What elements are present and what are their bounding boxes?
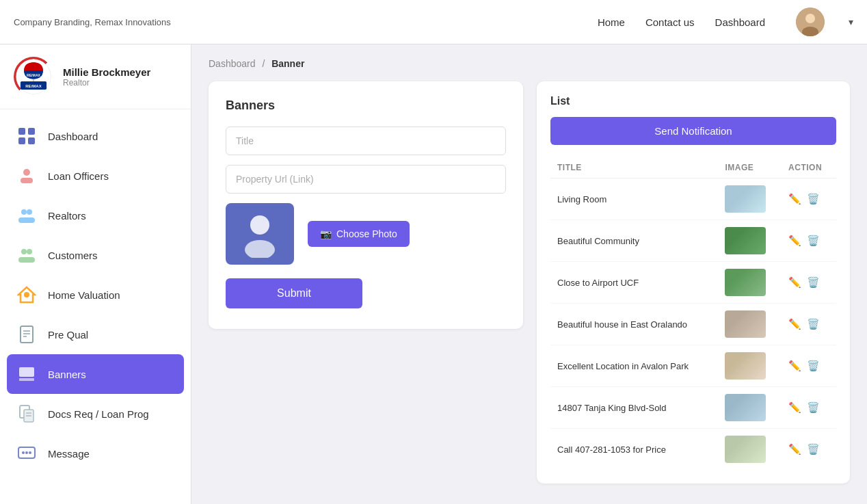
send-notification-button[interactable]: Send Notification xyxy=(550,117,836,145)
table-row: Living Room ✏️ 🗑️ xyxy=(550,178,836,220)
loan-officers-icon xyxy=(15,164,38,187)
svg-rect-14 xyxy=(28,137,35,144)
sidebar-user-name: Millie Brockmeyer xyxy=(63,66,150,78)
sidebar-item-realtors[interactable]: Realtors xyxy=(0,196,191,235)
nav-contact[interactable]: Contact us xyxy=(645,16,695,28)
table-row: Beautiful Community ✏️ 🗑️ xyxy=(550,220,836,262)
sidebar-item-message[interactable]: Message xyxy=(0,434,191,473)
content-area: Dashboard / Banner Banners xyxy=(191,44,867,504)
svg-rect-29 xyxy=(19,367,34,377)
edit-icon-2[interactable]: ✏️ xyxy=(788,276,801,289)
thumbnail-3 xyxy=(725,310,766,338)
url-input[interactable] xyxy=(226,165,506,194)
sidebar-item-loan-officers[interactable]: Loan Officers xyxy=(0,156,191,196)
thumbnail-4 xyxy=(725,352,766,380)
svg-point-39 xyxy=(250,215,269,235)
svg-point-15 xyxy=(23,169,30,176)
edit-icon-6[interactable]: ✏️ xyxy=(788,443,801,455)
svg-point-20 xyxy=(21,249,27,254)
table-row: Beautiful house in East Oralando ✏️ 🗑️ xyxy=(550,304,836,345)
avatar[interactable] xyxy=(796,8,825,36)
sidebar-item-customers[interactable]: Customers xyxy=(0,235,191,275)
sidebar-item-docs-req[interactable]: Docs Req / Loan Prog xyxy=(0,394,191,434)
delete-icon-1[interactable]: 🗑️ xyxy=(807,235,820,247)
list-card: List Send Notification TITLE IMAGE ACTIO… xyxy=(537,81,850,483)
edit-icon-4[interactable]: ✏️ xyxy=(788,360,801,372)
svg-point-40 xyxy=(245,240,275,258)
sidebar-label-docs-req: Docs Req / Loan Prog xyxy=(48,408,149,420)
remax-logo-svg: RE/MAX RE/MAX xyxy=(16,59,51,94)
thumbnail-2 xyxy=(725,269,766,296)
delete-icon-6[interactable]: 🗑️ xyxy=(807,443,820,455)
edit-icon-0[interactable]: ✏️ xyxy=(788,193,801,205)
breadcrumb-root: Dashboard xyxy=(209,58,256,69)
submit-button[interactable]: Submit xyxy=(226,278,362,308)
breadcrumb-sep: / xyxy=(262,58,265,69)
row-image-6 xyxy=(718,429,782,470)
sidebar: RE/MAX RE/MAX Millie Brockmeyer Realtor … xyxy=(0,44,191,504)
thumb-svg-6 xyxy=(725,436,766,463)
sidebar-item-pre-qual[interactable]: Pre Qual xyxy=(0,315,191,354)
table-row: Close to Airport UCF ✏️ 🗑️ xyxy=(550,262,836,304)
sidebar-item-banners[interactable]: Banners xyxy=(7,354,184,394)
sidebar-user-role: Realtor xyxy=(63,78,150,88)
row-image-1 xyxy=(718,220,782,262)
thumbnail-0 xyxy=(725,185,766,213)
nav-home[interactable]: Home xyxy=(598,16,625,28)
delete-icon-5[interactable]: 🗑️ xyxy=(807,401,820,414)
breadcrumb-current: Banner xyxy=(271,58,304,69)
table-row: 14807 Tanja King Blvd-Sold ✏️ 🗑️ xyxy=(550,387,836,429)
row-title-3: Beautiful house in East Oralando xyxy=(550,304,718,345)
thumb-svg-3 xyxy=(725,310,766,338)
svg-rect-13 xyxy=(18,137,25,144)
row-action-2: ✏️ 🗑️ xyxy=(782,262,836,304)
col-title: TITLE xyxy=(550,157,718,178)
delete-icon-0[interactable]: 🗑️ xyxy=(807,193,820,205)
pre-qual-icon xyxy=(15,323,38,346)
title-input[interactable] xyxy=(226,127,506,155)
svg-rect-46 xyxy=(725,394,766,421)
svg-point-38 xyxy=(29,451,31,454)
delete-icon-3[interactable]: 🗑️ xyxy=(807,318,820,330)
edit-icon-3[interactable]: ✏️ xyxy=(788,318,801,330)
sidebar-label-pre-qual: Pre Qual xyxy=(48,329,88,341)
svg-rect-12 xyxy=(28,128,35,135)
sidebar-label-customers: Customers xyxy=(48,250,98,261)
svg-point-37 xyxy=(25,451,28,454)
row-action-5: ✏️ 🗑️ xyxy=(782,387,836,429)
table-row: Call 407-281-1053 for Price ✏️ 🗑️ xyxy=(550,429,836,470)
nav-dashboard[interactable]: Dashboard xyxy=(715,16,765,28)
banners-card: Banners 📷 Choose Photo Submit xyxy=(209,81,523,329)
table-row: Excellent Location in Avalon Park ✏️ 🗑️ xyxy=(550,345,836,387)
choose-photo-button[interactable]: 📷 Choose Photo xyxy=(308,221,410,247)
sidebar-item-dashboard[interactable]: Dashboard xyxy=(0,116,191,156)
thumbnail-1 xyxy=(725,227,766,254)
sidebar-label-home-valuation: Home Valuation xyxy=(48,289,120,301)
banners-table: TITLE IMAGE ACTION Living Room xyxy=(550,157,836,470)
camera-icon: 📷 xyxy=(320,228,332,239)
svg-rect-42 xyxy=(725,227,766,254)
dropdown-arrow[interactable]: ▾ xyxy=(849,16,853,27)
thumb-svg-0 xyxy=(725,185,766,213)
action-icons-6: ✏️ 🗑️ xyxy=(788,443,829,455)
thumb-svg-4 xyxy=(725,352,766,380)
svg-rect-45 xyxy=(725,352,766,380)
action-icons-1: ✏️ 🗑️ xyxy=(788,235,829,247)
choose-photo-label: Choose Photo xyxy=(336,228,397,239)
list-title: List xyxy=(550,95,836,107)
row-image-0 xyxy=(718,178,782,220)
sidebar-item-home-valuation[interactable]: Home Valuation xyxy=(0,275,191,315)
photo-placeholder xyxy=(226,203,294,265)
delete-icon-2[interactable]: 🗑️ xyxy=(807,276,820,289)
delete-icon-4[interactable]: 🗑️ xyxy=(807,360,820,372)
svg-rect-43 xyxy=(725,269,766,296)
main-layout: RE/MAX RE/MAX Millie Brockmeyer Realtor … xyxy=(0,44,867,504)
row-image-5 xyxy=(718,387,782,429)
svg-rect-41 xyxy=(725,185,766,213)
edit-icon-5[interactable]: ✏️ xyxy=(788,401,801,414)
edit-icon-1[interactable]: ✏️ xyxy=(788,235,801,247)
thumbnail-5 xyxy=(725,394,766,421)
thumb-svg-1 xyxy=(725,227,766,254)
row-action-0: ✏️ 🗑️ xyxy=(782,178,836,220)
message-icon xyxy=(15,442,38,465)
